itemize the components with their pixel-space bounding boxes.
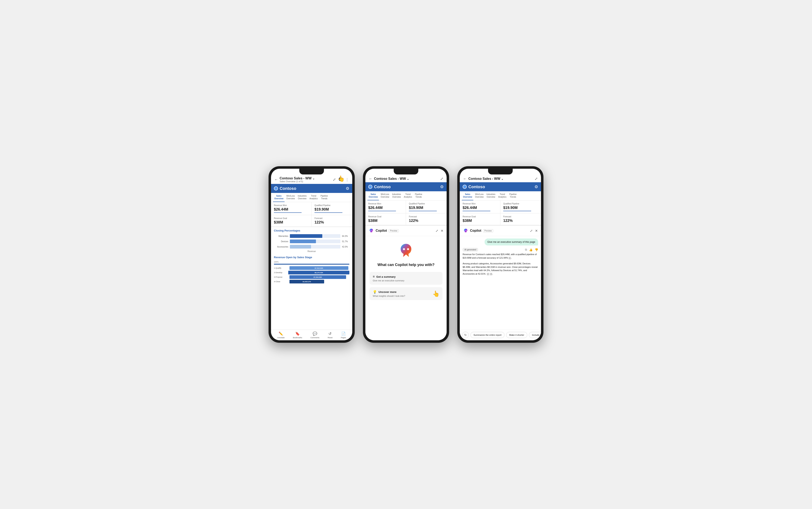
expand-icon-1[interactable]: ⤢ [333, 177, 336, 182]
contoso-logo-2: Contoso [368, 184, 391, 189]
back-arrow-2[interactable]: ← [369, 177, 373, 181]
contoso-header-3: Contoso ⚙ [460, 182, 541, 191]
action-bar-3: ↻ Summarize the entire report Make it sh… [460, 330, 541, 340]
tab-pipeline-1[interactable]: PipelineTrends [319, 193, 329, 202]
chevron-down-icon-2[interactable]: ⌄ [407, 177, 409, 180]
metric-revenue-goal-2: Revenue Goal $38M [365, 213, 406, 225]
expand-copilot-icon-3[interactable]: ⤢ [530, 229, 533, 233]
copy-icon-3[interactable]: ⧉ [525, 248, 527, 251]
svg-point-3 [403, 248, 405, 250]
contoso-dot-3 [463, 185, 467, 189]
bar-row-accessories: Accessories 42.0% [274, 245, 349, 248]
stacked-row-propose: 3-Propose $7,264.68K [274, 275, 349, 279]
suggestion-get-summary-2[interactable]: ≡ Get a summary Give me an executive sum… [369, 272, 443, 285]
phone-notch-3 [488, 169, 513, 174]
tab-sales-overview-3[interactable]: SalesOverview [462, 191, 473, 200]
back-arrow-1[interactable]: ← [274, 177, 278, 182]
copilot-panel-3: Copilot Preview ⤢ ✕ Give me an executive… [460, 225, 541, 340]
chevron-down-icon-3[interactable]: ⌄ [501, 177, 503, 180]
tab-industries-1[interactable]: IndustriesOverview [296, 193, 308, 202]
tab-pipeline-2[interactable]: PipelineTrends [414, 191, 424, 200]
tab-sales-overview-1[interactable]: SalesOverview [273, 193, 285, 202]
filter-icon-3[interactable]: ⚙ [534, 184, 538, 189]
tab-trend-1[interactable]: TrendAnalytics [308, 193, 319, 202]
svg-point-5 [465, 230, 465, 231]
summarize-report-btn-3[interactable]: Summarize the entire report [470, 332, 504, 338]
tab-industries-3[interactable]: IndustriesOverview [485, 191, 496, 200]
copilot-header-2: Copilot Preview ⤢ ✕ [365, 226, 447, 236]
phones-container: ← Contoso Sales - WW ⌄ Sales Overview (1… [269, 166, 543, 343]
contoso-logo-3: Contoso [463, 184, 485, 189]
close-copilot-icon-3[interactable]: ✕ [535, 229, 538, 233]
suggestion-sub-uncover-2: What insights should I look into? [373, 295, 439, 297]
nav-reset-1[interactable]: ↺ Reset [328, 332, 332, 339]
expand-copilot-icon-2[interactable]: ⤢ [435, 229, 438, 233]
expand-icon-2[interactable]: ⤢ [440, 176, 443, 181]
phone-1-content: ← Contoso Sales - WW ⌄ Sales Overview (1… [271, 169, 352, 340]
contoso-header-1: Contoso ⚙ [271, 184, 352, 193]
tab-industries-2[interactable]: IndustriesOverview [391, 191, 402, 200]
report-title-1: Contoso Sales - WW ⌄ [280, 176, 331, 180]
thumbs-down-icon-3[interactable]: 👎 [535, 248, 538, 251]
make-shorter-btn-3[interactable]: Make it shorter [506, 332, 527, 338]
metric-revenue-goal-1: Revenue Goal $38M [271, 215, 312, 227]
copilot-body-2: What can Copilot help you with? ≡ Get a … [365, 236, 447, 340]
ai-response-text-2-3: Among product categories, Accessories ge… [463, 262, 538, 275]
tab-winloss-3[interactable]: Win/LossOverview [474, 191, 485, 200]
chat-container-3: Give me an executive summary of this pag… [460, 236, 541, 330]
copilot-toggle-icon-1[interactable]: 👆 [338, 177, 343, 182]
nav-tabs-3: SalesOverview Win/LossOverview Industrie… [460, 191, 541, 201]
metric-qualified-pipeline-1: Qualified Pipeline $19.90M [312, 202, 352, 215]
tab-winloss-2[interactable]: Win/LossOverview [379, 191, 390, 200]
bar-row-warranties: Warranties 64.3% [274, 234, 349, 238]
metric-revenue-goal-3: Revenue Goal $38M [460, 213, 500, 225]
thumbs-up-icon-3[interactable]: 👍 [529, 248, 533, 251]
suggestion-uncover-2[interactable]: 💡 Uncover more What insights should I lo… [369, 287, 443, 300]
top-icons-3: ⤢ [535, 176, 538, 181]
close-copilot-icon-2[interactable]: ✕ [441, 229, 443, 233]
phone-1: ← Contoso Sales - WW ⌄ Sales Overview (1… [269, 166, 355, 343]
suggestion-title-uncover-2: Uncover more [379, 291, 396, 294]
contoso-brand-name-2: Contoso [374, 184, 391, 189]
copilot-logo-icon-2 [369, 228, 374, 233]
more-icon-1[interactable]: ⋮ [345, 177, 349, 182]
bar-chart-1: Warranties 64.3% Devices 51.7% [271, 233, 352, 254]
stacked-row-qualify: 1-Qualify $7,912.02K [274, 266, 349, 270]
bar-chart-label-1: Revenue [274, 250, 349, 252]
nav-pages-1[interactable]: 📄 Pages [341, 332, 346, 339]
metric-forecast-1: Forecast 122% [312, 215, 352, 227]
filter-icon-2[interactable]: ⚙ [440, 184, 444, 189]
nav-annotate-1[interactable]: ✏️ Annotate [277, 332, 285, 339]
top-bar-3: ← Contoso Sales - WW ⌄ ⤢ [460, 174, 541, 182]
nav-bookmarks-1[interactable]: 🔖 Bookmarks [293, 332, 302, 339]
back-arrow-3[interactable]: ← [463, 177, 467, 181]
tab-pipeline-3[interactable]: PipelineTrends [508, 191, 518, 200]
refresh-icon-3[interactable]: ↻ [462, 332, 469, 338]
tab-trend-3[interactable]: TrendAnalytics [497, 191, 508, 200]
include-more-details-btn-3[interactable]: Include more details [529, 332, 541, 338]
nav-comments-1[interactable]: 💬 Comments [310, 332, 319, 339]
tab-winloss-1[interactable]: Win/LossOverview [285, 193, 296, 202]
metric-revenue-won-1: Revenue Won $26.44M [271, 202, 312, 215]
metrics-grid-2: Revenue Won $26.44M Qualified Pipeline $… [365, 201, 447, 225]
title-block-3: Contoso Sales - WW ⌄ [468, 177, 533, 181]
metrics-grid-1: Revenue Won $26.44M Qualified Pipeline $… [271, 202, 352, 227]
chevron-down-icon-1[interactable]: ⌄ [312, 177, 315, 180]
phone-notch-1 [299, 169, 324, 174]
revenue-open-title-1: Revenue Open by Sales Stage [271, 254, 352, 260]
metric-forecast-3: Forecast 122% [500, 213, 541, 225]
nav-tabs-1: SalesOverview Win/LossOverview Industrie… [271, 193, 352, 202]
expand-icon-3[interactable]: ⤢ [535, 176, 538, 181]
copilot-question-2: What can Copilot help you with? [378, 263, 434, 267]
phone-2-screen: ← Contoso Sales - WW ⌄ ⤢ C [365, 169, 447, 340]
svg-point-6 [466, 230, 467, 231]
metrics-grid-3: Revenue Won $26.44M Qualified Pipeline $… [460, 201, 541, 225]
bar-row-devices: Devices 51.7% [274, 239, 349, 243]
copilot-header-3: Copilot Preview ⤢ ✕ [460, 226, 541, 236]
tab-sales-overview-2[interactable]: SalesOverview [367, 191, 379, 200]
comments-icon-1: 💬 [313, 332, 317, 336]
filter-icon-1[interactable]: ⚙ [346, 186, 349, 191]
tab-trend-2[interactable]: TrendAnalytics [403, 191, 413, 200]
report-title-2: Contoso Sales - WW ⌄ [374, 177, 438, 181]
contoso-brand-name-1: Contoso [280, 186, 296, 191]
